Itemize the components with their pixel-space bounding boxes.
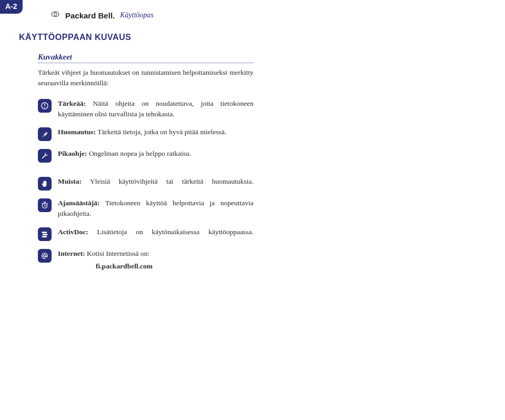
item-remember-text: Muista: Yleisiä käyttövihjeitä tai tärke…	[58, 176, 254, 187]
item-note: Huomautus: Tärkeitä tietoja, jotka on hy…	[38, 127, 254, 141]
item-timesaver: Ajansäästäjä: Tietokoneen käyttöä helpot…	[38, 198, 254, 219]
wrench-icon	[38, 149, 52, 163]
svg-rect-8	[42, 236, 47, 237]
header: Packard Bell. Käyttöopas	[50, 9, 154, 21]
guide-title: Käyttöopas	[120, 11, 154, 19]
item-internet-text: Internet: Kotisi Internetissä on: fi.pac…	[58, 248, 254, 272]
item-quick: Pikaohje: Ongelman nopea ja helppo ratka…	[38, 148, 254, 163]
brand-icon	[50, 9, 60, 21]
page-number-tab: A-2	[0, 0, 23, 14]
item-timesaver-text: Ajansäästäjä: Tietokoneen käyttöä helpot…	[58, 198, 254, 219]
subhead-icons: Kuvakkeet	[38, 53, 254, 62]
svg-rect-3	[44, 104, 45, 106]
divider-dotted	[38, 63, 254, 63]
exclamation-icon	[38, 99, 52, 113]
item-important-text: Tärkeää: Näitä ohjeita on noudatettava, …	[58, 98, 254, 120]
content-column: Kuvakkeet Tärkeät vihjeet ja huomautukse…	[38, 53, 254, 279]
item-note-text: Huomautus: Tärkeitä tietoja, jotka on hy…	[58, 127, 254, 137]
item-activdoc: ActivDoc: Lisätietoja on käytönaikaisess…	[38, 227, 254, 241]
item-quick-text: Pikaohje: Ongelman nopea ja helppo ratka…	[58, 148, 254, 159]
section-title: KÄYTTÖOPPAAN KUVAUS	[19, 33, 131, 42]
at-sign-icon	[38, 249, 52, 263]
svg-rect-6	[42, 232, 47, 233]
pushpin-icon	[38, 127, 52, 141]
hand-string-icon	[38, 177, 52, 191]
svg-rect-7	[43, 234, 47, 235]
internet-url: fi.packardbell.com	[96, 261, 254, 272]
clock-icon	[38, 198, 52, 212]
svg-rect-4	[44, 107, 45, 107]
document-stack-icon	[38, 227, 52, 241]
item-internet: Internet: Kotisi Internetissä on: fi.pac…	[38, 248, 254, 272]
brand-name: Packard Bell.	[65, 11, 115, 20]
item-important: Tärkeää: Näitä ohjeita on noudatettava, …	[38, 98, 254, 120]
intro-text: Tärkeät vihjeet ja huomautukset on tunni…	[38, 67, 254, 89]
item-remember: Muista: Yleisiä käyttövihjeitä tai tärke…	[38, 176, 254, 191]
item-activdoc-text: ActivDoc: Lisätietoja on käytönaikaisess…	[58, 227, 254, 237]
